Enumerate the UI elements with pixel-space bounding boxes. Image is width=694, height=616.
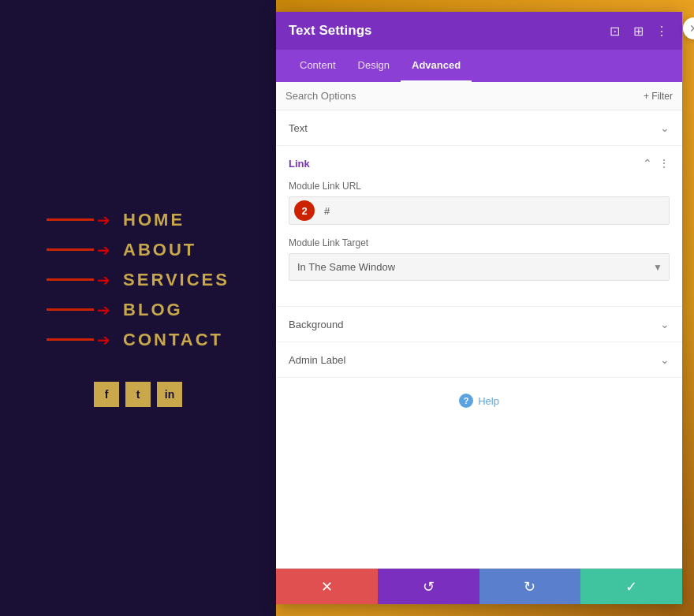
link-more-icon[interactable]: ⋮ [659, 157, 670, 170]
text-chevron-icon: ⌄ [660, 121, 670, 134]
text-section-row[interactable]: Text ⌄ [276, 110, 682, 146]
help-text: Help [478, 395, 499, 407]
panel-footer: ✕ ↺ ↻ ✓ [276, 568, 682, 604]
close-panel-button[interactable]: ✕ [683, 17, 694, 39]
nav-item-contact[interactable]: ➔ CONTACT [47, 330, 229, 350]
nav-label-services: SERVICES [123, 270, 229, 290]
background-area: Text Settings ⊡ ⊞ ⋮ Content Design Advan… [276, 0, 694, 616]
panel-header-icons: ⊡ ⊞ ⋮ [606, 23, 670, 39]
nav-item-blog[interactable]: ➔ BLOG [47, 300, 229, 320]
admin-label-section-label: Admin Label [289, 354, 345, 366]
module-link-url-input[interactable] [319, 199, 669, 223]
module-link-target-wrapper: In The Same Window In The New Window ▼ [289, 253, 670, 281]
link-body: Module Link URL 2 Module Link Target In … [276, 181, 682, 306]
more-icon[interactable]: ⋮ [654, 23, 670, 39]
step-badge-2: 2 [294, 200, 315, 221]
cancel-button[interactable]: ✕ [276, 569, 378, 604]
link-section-icons: ⌃ ⋮ [643, 157, 670, 170]
module-link-url-label: Module Link URL [289, 181, 670, 192]
nav-item-services[interactable]: ➔ SERVICES [47, 270, 229, 290]
help-icon: ? [459, 394, 473, 408]
twitter-icon[interactable]: t [125, 382, 151, 407]
admin-label-chevron-icon: ⌄ [660, 353, 670, 366]
tab-design[interactable]: Design [347, 50, 401, 82]
undo-button[interactable]: ↺ [378, 569, 479, 604]
filter-button[interactable]: + Filter [644, 91, 673, 102]
search-input[interactable] [285, 90, 644, 102]
help-row[interactable]: ? Help [276, 378, 682, 424]
panel-body: Text ⌄ Link ⌃ ⋮ Module Link URL 2 [276, 110, 682, 568]
arrow-icon-services: ➔ [47, 271, 110, 289]
tab-advanced[interactable]: Advanced [401, 50, 472, 82]
admin-label-section-row[interactable]: Admin Label ⌄ [276, 342, 682, 378]
module-link-target-select[interactable]: In The Same Window In The New Window [289, 254, 669, 280]
facebook-icon[interactable]: f [94, 382, 119, 407]
nav-label-contact: CONTACT [123, 330, 223, 350]
nav-label-blog: BLOG [123, 300, 183, 320]
nav-item-about[interactable]: ➔ ABOUT [47, 240, 229, 260]
nav-menu: ➔ HOME ➔ ABOUT ➔ SERVICES ➔ BLOG ➔ CONTA… [47, 210, 229, 350]
background-chevron-icon: ⌄ [660, 318, 670, 330]
panel-tabs: Content Design Advanced [276, 50, 682, 82]
arrow-icon-contact: ➔ [47, 330, 110, 349]
arrow-icon-home: ➔ [47, 211, 110, 230]
background-section-label: Background [289, 319, 343, 330]
tab-content[interactable]: Content [289, 50, 347, 82]
link-chevron-icon: ⌃ [643, 157, 652, 170]
module-link-url-field: 2 [289, 196, 670, 225]
nav-label-home: HOME [123, 210, 185, 230]
background-section-row[interactable]: Background ⌄ [276, 307, 682, 342]
redo-button[interactable]: ↻ [479, 569, 581, 604]
save-button[interactable]: ✓ [580, 569, 682, 604]
text-section-label: Text [289, 122, 308, 134]
social-icons: f t in [94, 382, 182, 407]
panel-header: Text Settings ⊡ ⊞ ⋮ [276, 12, 682, 50]
settings-panel: Text Settings ⊡ ⊞ ⋮ Content Design Advan… [276, 12, 682, 604]
link-section-header[interactable]: Link ⌃ ⋮ [276, 146, 682, 181]
left-panel: ➔ HOME ➔ ABOUT ➔ SERVICES ➔ BLOG ➔ CONTA… [0, 0, 276, 616]
module-link-target-label: Module Link Target [289, 237, 670, 248]
columns-icon[interactable]: ⊞ [630, 23, 646, 39]
fullscreen-icon[interactable]: ⊡ [606, 23, 622, 39]
link-section: Link ⌃ ⋮ Module Link URL 2 Module Link T… [276, 146, 682, 307]
nav-item-home[interactable]: ➔ HOME [47, 210, 229, 230]
arrow-icon-blog: ➔ [47, 301, 110, 319]
linkedin-icon[interactable]: in [157, 382, 182, 407]
link-section-label: Link [289, 158, 310, 170]
search-bar: + Filter [276, 82, 682, 110]
panel-title: Text Settings [289, 23, 371, 39]
nav-label-about: ABOUT [123, 240, 196, 260]
arrow-icon-about: ➔ [47, 241, 110, 259]
